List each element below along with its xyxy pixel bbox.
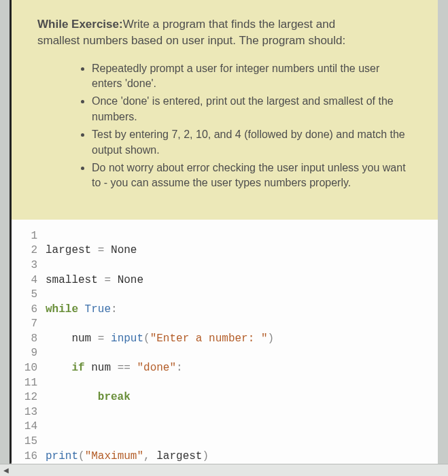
line-number-gutter: 1 2 3 4 5 6 7 8 9 10 11 12 13 14 15 16 [12, 229, 46, 476]
line-number: 15 [12, 435, 37, 449]
line-number: 7 [12, 317, 37, 332]
line-number: 14 [12, 420, 37, 435]
bullet-item: Do not worry about error checking the us… [92, 160, 412, 191]
scroll-left-arrow-icon[interactable]: ◀ [0, 464, 12, 477]
line-number: 2 [12, 243, 37, 258]
code-line: print("Maximum", largest) [46, 449, 274, 464]
code-line: num = input("Enter a number: ") [46, 332, 274, 347]
horizontal-scrollbar[interactable]: ◀ [0, 464, 448, 476]
instruction-bullets: Repeatedly prompt a user for integer num… [37, 61, 412, 191]
code-line: break [46, 390, 274, 405]
line-number: 13 [12, 405, 37, 420]
bullet-item: Test by entering 7, 2, 10, and 4 (follow… [92, 127, 412, 158]
line-number: 10 [12, 361, 37, 376]
bullet-item: Repeatedly prompt a user for integer num… [92, 61, 412, 92]
line-number: 6 [12, 303, 37, 318]
instruction-line-2: smallest numbers based on user input. Th… [37, 33, 412, 49]
instruction-panel: While Exercise:Write a program that find… [12, 0, 438, 220]
line-number: 11 [12, 376, 37, 391]
line-number: 1 [12, 229, 37, 244]
line-number: 9 [12, 346, 37, 361]
line-number: 8 [12, 332, 37, 347]
code-content[interactable]: largest = None smallest = None while Tru… [46, 229, 274, 476]
content-frame: While Exercise:Write a program that find… [10, 0, 438, 464]
line-number: 3 [12, 258, 37, 273]
instruction-line-1: While Exercise:Write a program that find… [37, 16, 412, 33]
exercise-title: While Exercise: [37, 18, 123, 31]
instruction-text-1: Write a program that finds the largest a… [123, 18, 335, 31]
bullet-item: Once 'done' is entered, print out the la… [92, 94, 412, 124]
line-number: 4 [12, 273, 37, 288]
code-line: smallest = None [46, 273, 274, 288]
code-line: largest = None [46, 243, 274, 258]
line-number: 12 [12, 390, 37, 405]
code-editor: 1 2 3 4 5 6 7 8 9 10 11 12 13 14 15 16 l… [12, 220, 438, 476]
code-line: while True: [46, 303, 274, 318]
code-line: if num == "done": [46, 361, 274, 376]
line-number: 5 [12, 288, 37, 303]
line-number: 16 [12, 449, 37, 464]
